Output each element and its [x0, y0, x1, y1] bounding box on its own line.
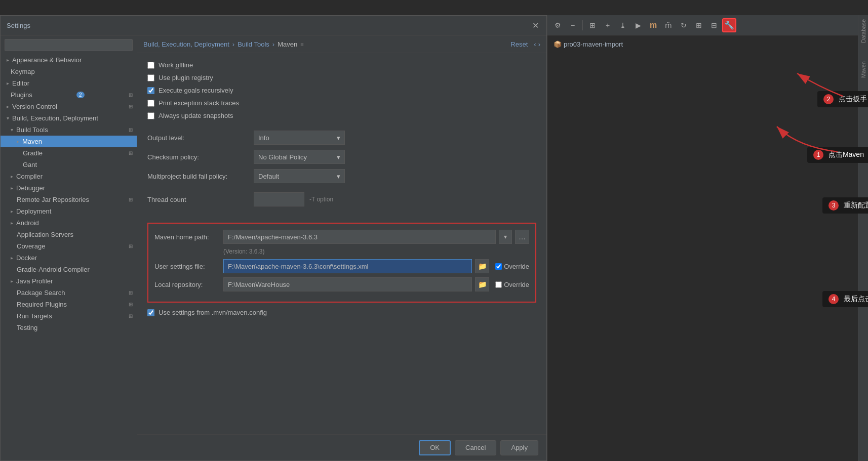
- sidebar-item-compiler[interactable]: ▸ Compiler: [1, 171, 137, 182]
- sidebar-item-gradle-android[interactable]: Gradle-Android Compiler: [1, 264, 137, 275]
- thread-count-input[interactable]: [254, 192, 304, 206]
- toolbar-settings-icon[interactable]: ⚙: [550, 18, 565, 32]
- toolbar-add-icon[interactable]: +: [601, 18, 615, 32]
- checksum-policy-label: Checksum policy:: [147, 153, 249, 161]
- print-exception-row: Print exception stack traces: [147, 99, 536, 107]
- sidebar-item-coverage[interactable]: Coverage ⊞: [1, 240, 137, 252]
- toolbar-m-icon[interactable]: m: [646, 18, 660, 32]
- sidebar-search-input[interactable]: [5, 39, 133, 51]
- ok-button[interactable]: OK: [419, 440, 451, 455]
- toolbar-skip-icon[interactable]: ⊟: [707, 18, 721, 32]
- maven-project-item[interactable]: 📦 pro03-maven-import: [551, 39, 864, 49]
- always-update-row: Always update snapshots: [147, 112, 536, 119]
- work-offline-label: Work offline: [159, 61, 193, 69]
- sidebar-item-label: Compiler: [16, 173, 43, 180]
- sidebar-item-plugins[interactable]: Plugins 2 ⊞: [1, 89, 137, 101]
- user-settings-row: User settings file: 📁 Override: [154, 259, 529, 273]
- sidebar-item-build-exec[interactable]: ▾ Build, Execution, Deployment: [1, 112, 137, 124]
- sidebar-item-deployment[interactable]: ▸ Deployment: [1, 205, 137, 217]
- sidebar-item-version-control[interactable]: ▸ Version Control ⊞: [1, 101, 137, 112]
- sidebar-item-label: Remote Jar Repositories: [17, 196, 89, 203]
- toolbar-play-icon[interactable]: ▶: [631, 18, 645, 32]
- use-plugin-registry-checkbox[interactable]: [147, 74, 154, 81]
- toolbar-cycle-icon[interactable]: ↻: [677, 18, 691, 32]
- sidebar-item-label: Build Tools: [16, 126, 48, 134]
- expand-arrow-icon: ▸: [11, 208, 13, 214]
- sidebar-icon: ⊞: [129, 104, 133, 109]
- sidebar-icon: ⊞: [129, 313, 133, 319]
- multiproject-row: Multiproject build fail policy: Default …: [147, 169, 536, 183]
- sidebar-item-remote-jar[interactable]: Remote Jar Repositories ⊞: [1, 194, 137, 205]
- local-override-checkbox[interactable]: [495, 281, 502, 288]
- local-repo-browse-button[interactable]: 📁: [475, 277, 489, 291]
- main-content: Build, Execution, Deployment › Build Too…: [137, 36, 546, 460]
- settings-body: ▸ Appearance & Behavior Keymap ▸ Editor …: [1, 36, 546, 460]
- breadcrumb-menu-icon[interactable]: ≡: [300, 41, 303, 48]
- sidebar-item-app-servers[interactable]: Application Servers: [1, 229, 137, 240]
- cancel-button[interactable]: Cancel: [455, 440, 496, 455]
- work-offline-row: Work offline: [147, 61, 536, 69]
- maven-home-input[interactable]: [223, 230, 496, 244]
- maven-home-label: Maven home path:: [154, 233, 220, 241]
- user-override-checkbox[interactable]: [495, 263, 502, 270]
- user-settings-input[interactable]: [223, 259, 472, 273]
- sidebar-item-required-plugins[interactable]: Required Plugins ⊞: [1, 299, 137, 310]
- maven-home-dropdown-button[interactable]: ▾: [499, 230, 512, 244]
- annotation-4-text: 4 最后点击ok: [822, 291, 868, 307]
- sidebar-item-gradle[interactable]: Gradle ⊞: [1, 147, 137, 159]
- arrow-2-svg: [787, 66, 848, 101]
- expand-arrow-icon: ▸: [7, 57, 9, 63]
- breadcrumb-sep2: ›: [272, 40, 274, 48]
- database-tab[interactable]: Database: [859, 15, 867, 47]
- settings-footer: OK Cancel Apply: [137, 434, 546, 460]
- sidebar-item-appearance[interactable]: ▸ Appearance & Behavior: [1, 54, 137, 66]
- sidebar-item-debugger[interactable]: ▸ Debugger: [1, 182, 137, 194]
- sidebar-item-android[interactable]: ▸ Android: [1, 217, 137, 229]
- sidebar-item-keymap[interactable]: Keymap: [1, 66, 137, 77]
- sidebar-item-maven[interactable]: ▸ Maven: [1, 136, 137, 147]
- work-offline-checkbox[interactable]: [147, 62, 154, 69]
- toolbar-minimize-icon[interactable]: −: [566, 18, 580, 32]
- always-update-checkbox[interactable]: [147, 112, 154, 119]
- toolbar-maven-icon[interactable]: m̈: [661, 18, 676, 32]
- sidebar-icon: ⊞: [129, 150, 133, 156]
- maven-home-browse-button[interactable]: …: [515, 230, 529, 244]
- use-plugin-registry-row: Use plugin registry: [147, 74, 536, 81]
- sidebar-item-label: Required Plugins: [17, 301, 67, 308]
- execute-goals-checkbox[interactable]: [147, 87, 154, 94]
- multiproject-select[interactable]: Default ▾: [254, 169, 345, 183]
- sidebar-item-java-profiler[interactable]: ▸ Java Profiler: [1, 275, 137, 287]
- sidebar-item-docker[interactable]: ▸ Docker: [1, 252, 137, 264]
- expand-arrow-icon: ▸: [11, 185, 13, 191]
- nav-forward-button[interactable]: ›: [538, 40, 540, 48]
- use-settings-checkbox[interactable]: [147, 309, 154, 316]
- sidebar-item-label: Deployment: [16, 207, 51, 215]
- breadcrumb-bar: Build, Execution, Deployment › Build Too…: [137, 36, 546, 53]
- reset-button[interactable]: Reset: [510, 40, 528, 48]
- toolbar-download-icon[interactable]: ⤓: [616, 18, 630, 32]
- sidebar-item-label: Plugins: [11, 91, 32, 99]
- local-repo-input[interactable]: [223, 277, 472, 291]
- sidebar-item-label: Gant: [23, 161, 37, 169]
- sidebar-item-label: Run Targets: [17, 312, 52, 320]
- print-exception-checkbox[interactable]: [147, 100, 154, 107]
- sidebar-item-testing[interactable]: Testing: [1, 322, 137, 333]
- maven-tab[interactable]: Maven: [859, 57, 867, 82]
- close-button[interactable]: ✕: [530, 21, 540, 31]
- sidebar-item-label: Package Search: [17, 289, 65, 297]
- user-settings-browse-button[interactable]: 📁: [475, 259, 489, 273]
- sidebar-item-run-targets[interactable]: Run Targets ⊞: [1, 310, 137, 322]
- nav-back-button[interactable]: ‹: [534, 40, 536, 48]
- apply-button[interactable]: Apply: [500, 440, 538, 455]
- output-level-select[interactable]: Info ▾: [254, 131, 345, 145]
- execute-goals-row: Execute goals recursively: [147, 87, 536, 94]
- checksum-policy-select[interactable]: No Global Policy ▾: [254, 150, 345, 164]
- sidebar-item-label: Coverage: [17, 242, 45, 250]
- sidebar-item-gant[interactable]: Gant: [1, 159, 137, 171]
- toolbar-wrench-icon[interactable]: 🔧: [722, 18, 736, 32]
- sidebar-item-build-tools[interactable]: ▾ Build Tools ⊞: [1, 124, 137, 136]
- toolbar-refresh-icon[interactable]: ⊞: [585, 18, 600, 32]
- sidebar-item-editor[interactable]: ▸ Editor: [1, 77, 137, 89]
- toolbar-tree-icon[interactable]: ⊞: [692, 18, 706, 32]
- sidebar-item-package-search[interactable]: Package Search ⊞: [1, 287, 137, 299]
